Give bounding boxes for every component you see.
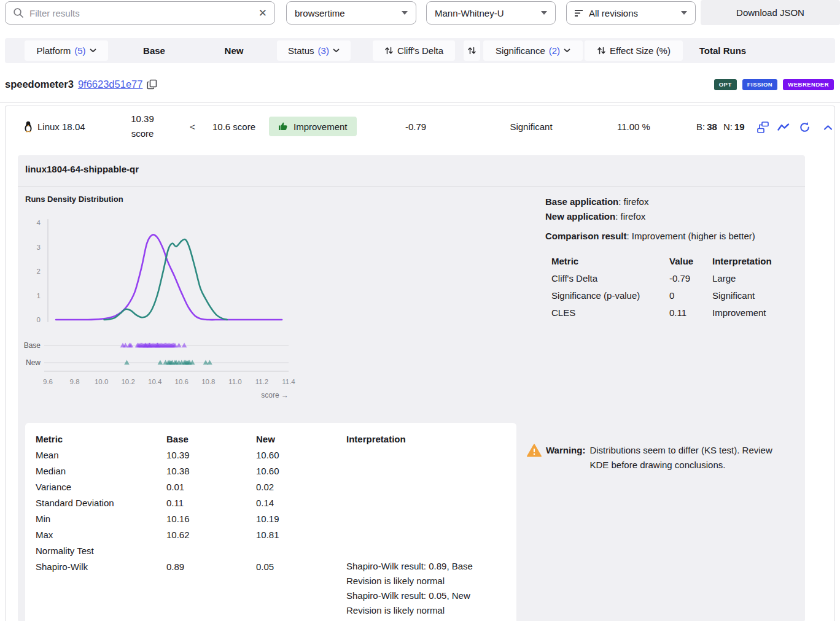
comparison-result-value: : Improvement (higher is better) (627, 231, 755, 241)
subtest-name: linux1804-64-shippable-qr (25, 164, 139, 174)
metrics-header-metric: Metric (551, 253, 669, 270)
svg-text:2: 2 (37, 268, 41, 275)
kde-chart: 01234BaseNew9.69.810.010.210.410.610.811… (22, 209, 298, 402)
metrics-cell: 0 (669, 287, 712, 304)
platform-filter[interactable]: Platform (5) (25, 40, 108, 61)
tag-webrender: WEBRENDER (783, 79, 834, 90)
effect-size-column-header: Effect Size (%) (610, 45, 671, 56)
metrics-cell: Improvement (712, 304, 800, 322)
statistics-table: Metric Base New Interpretation Mean10.39… (36, 431, 506, 618)
effect-size-value: 11.00 % (598, 106, 669, 147)
collapse-chevron-up-icon[interactable] (821, 121, 834, 134)
stats-cell: Mean (36, 447, 166, 463)
test-titlebar: speedometer3 9f6623d51e77 OPT FISSION WE… (5, 79, 834, 90)
sort-effect-size-button[interactable]: Effect Size (%) (585, 40, 683, 61)
stats-cell: Standard Deviation (36, 495, 166, 511)
svg-text:11.4: 11.4 (282, 378, 295, 385)
stats-header-base: Base (166, 431, 256, 447)
platform-filter-count: (5) (74, 45, 85, 56)
caret-down-icon (681, 11, 687, 15)
expanded-details-panel: linux1804-64-shippable-qr Runs Density D… (18, 155, 805, 621)
framework-dropdown-value: browsertime (295, 8, 397, 18)
metrics-cell: CLES (551, 304, 669, 322)
test-dropdown[interactable]: Mann-Whitney-U (426, 1, 556, 25)
total-runs-column-header: Total Runs (692, 40, 753, 61)
new-application-value: : firefox (615, 211, 645, 222)
metrics-cell: -0.79 (669, 270, 712, 287)
stats-cell: Median (36, 463, 166, 479)
subtests-compare-icon[interactable] (756, 120, 769, 134)
table-header-row: Metric Base New Interpretation (36, 431, 506, 447)
total-runs-cell: B:38 N:19 (696, 106, 745, 147)
statistics-card: Metric Base New Interpretation Mean10.39… (25, 423, 516, 621)
stats-cell: 10.60 (256, 463, 346, 479)
cliffs-delta-value: -0.79 (384, 106, 448, 147)
base-score-value: 10.39 score (121, 112, 164, 141)
sort-arrows-icon (467, 46, 476, 55)
warning-icon (527, 444, 542, 457)
svg-text:0: 0 (37, 316, 41, 323)
tag-fission: FISSION (742, 79, 778, 90)
stats-cell: 10.60 (256, 447, 346, 463)
normality-test-header: Normality Test (36, 543, 506, 559)
linux-icon (23, 121, 33, 133)
stats-cell: 10.62 (166, 527, 256, 543)
stats-cell: 0.14 (256, 495, 346, 511)
table-row: Max10.6210.81 (36, 527, 506, 543)
base-application-value: : firefox (618, 196, 648, 207)
cliffs-delta-column-header: Cliff's Delta (397, 45, 443, 56)
platform-value: Linux 18.04 (37, 122, 85, 132)
platform-cell: Linux 18.04 (23, 106, 85, 147)
download-json-button[interactable]: Download JSON (701, 0, 840, 25)
status-filter-count: (3) (318, 45, 329, 56)
kde-chart-title: Runs Density Distribution (25, 195, 123, 204)
graph-icon[interactable] (777, 120, 790, 134)
status-badge: Improvement (269, 117, 357, 136)
status-filter[interactable]: Status (3) (277, 40, 351, 61)
perfcompare-results-page: ✕ browsertime Mann-Whitney-U All revisio… (0, 0, 840, 621)
significance-filter[interactable]: Significance (2) (483, 40, 583, 61)
svg-text:4: 4 (37, 219, 41, 226)
chevron-down-icon (564, 48, 570, 53)
chevron-down-icon (333, 48, 340, 53)
base-application-label: Base application (545, 196, 618, 207)
table-row: Variance0.010.02 (36, 479, 506, 495)
runs-base-value: 38 (707, 122, 717, 132)
stats-cell: Variance (36, 479, 166, 495)
results-header-band: Platform (5) Base New Status (3) Cliff's… (5, 38, 835, 63)
stats-cell: 10.81 (256, 527, 346, 543)
revision-link[interactable]: 9f6623d51e77 (78, 79, 143, 90)
search-input[interactable] (29, 8, 253, 18)
filter-results-search[interactable]: ✕ (5, 1, 275, 25)
sort-lines-icon (575, 9, 584, 17)
svg-text:Base: Base (24, 341, 41, 350)
framework-dropdown[interactable]: browsertime (286, 1, 416, 25)
svg-text:10.4: 10.4 (148, 378, 162, 385)
svg-text:11.0: 11.0 (228, 378, 242, 385)
stats-header-interpretation: Interpretation (346, 431, 506, 447)
warning-message: Distributions seem to differ (KS test). … (589, 443, 781, 472)
copy-icon[interactable] (147, 79, 157, 90)
svg-text:9.8: 9.8 (70, 378, 80, 385)
comparison-row: Linux 18.04 10.39 score < 10.6 score Imp… (6, 106, 834, 147)
sort-significance-button[interactable] (464, 40, 480, 61)
svg-text:score →: score → (261, 391, 289, 399)
tag-opt: OPT (714, 79, 737, 90)
test-tags: OPT FISSION WEBRENDER (714, 79, 834, 90)
revisions-dropdown[interactable]: All revisions (566, 1, 696, 25)
stats-cell: Shapiro-Wilk (36, 559, 166, 618)
results-container: Linux 18.04 10.39 score < 10.6 score Imp… (5, 106, 835, 621)
sort-cliffs-delta-button[interactable]: Cliff's Delta (373, 40, 455, 61)
caret-down-icon (402, 11, 408, 15)
comparison-sign: < (190, 106, 195, 147)
panel-divider (18, 186, 805, 187)
sort-arrows-icon (384, 46, 394, 55)
retrigger-refresh-icon[interactable] (798, 120, 811, 134)
table-row: Mean10.3910.60 (36, 447, 506, 463)
table-row: Shapiro-Wilk 0.89 0.05 Shapiro-Wilk resu… (36, 559, 506, 618)
metrics-header-value: Value (669, 253, 712, 270)
clear-search-icon[interactable]: ✕ (259, 8, 267, 18)
stats-cell: 10.38 (166, 463, 256, 479)
chevron-down-icon (90, 48, 96, 53)
significance-filter-count: (2) (549, 45, 560, 56)
